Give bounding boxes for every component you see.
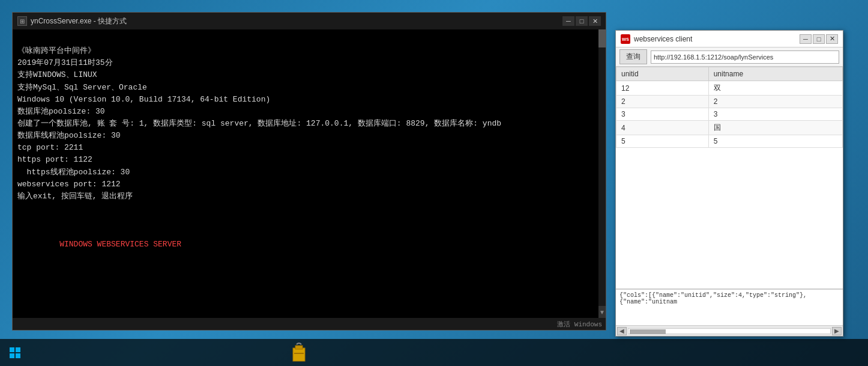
taskbar bbox=[0, 339, 868, 366]
console-line-12: webservices port: 1212 bbox=[17, 180, 121, 189]
ws-cell-unitid: 4 bbox=[616, 121, 709, 135]
console-scrollbar-thumb[interactable] bbox=[598, 29, 606, 47]
ws-json-text: {"cols":[{"name":"unitid","size":4,"type… bbox=[619, 292, 807, 305]
ws-cell-unitname: 5 bbox=[708, 135, 842, 148]
ws-data-table: unitid unitname 12 双 2 2 3 3 4 bbox=[616, 67, 843, 148]
ws-table-header: unitid unitname bbox=[616, 67, 843, 81]
ws-window-controls: ─ □ ✕ bbox=[800, 34, 838, 44]
ws-close-button[interactable]: ✕ bbox=[826, 34, 838, 44]
console-line-server: WINDOWS WEBSERVICES SERVER bbox=[17, 240, 181, 249]
console-line-blank1 bbox=[17, 204, 22, 213]
console-line-3: 支持WINDOWS、LINUX bbox=[17, 70, 97, 79]
ws-query-button[interactable]: 查询 bbox=[619, 49, 647, 64]
ws-title-left: ws webservices client bbox=[621, 34, 692, 44]
table-row: 3 3 bbox=[616, 108, 843, 121]
ws-col-unitname: unitname bbox=[708, 67, 842, 81]
console-line-11: https线程池poolsize: 30 bbox=[17, 168, 130, 177]
console-window: ⊞ ynCrossServer.exe - 快捷方式 ─ □ ✕ 《咏南跨平台中… bbox=[12, 12, 606, 331]
console-scrollbar[interactable]: ▼ bbox=[598, 29, 606, 318]
ws-toolbar: 查询 bbox=[616, 47, 843, 67]
ws-minimize-button[interactable]: ─ bbox=[800, 34, 812, 44]
windows-logo-icon bbox=[9, 347, 21, 359]
console-line-6: 数据库池poolsize: 30 bbox=[17, 107, 105, 116]
ws-json-output: {"cols":[{"name":"unitid","size":4,"type… bbox=[616, 289, 843, 325]
ws-cell-unitid: 5 bbox=[616, 135, 709, 148]
ws-maximize-button[interactable]: □ bbox=[813, 34, 825, 44]
taskbar-start-button[interactable] bbox=[0, 339, 30, 366]
console-output: 《咏南跨平台中间件》 2019年07月31日11时35分 支持WINDOWS、L… bbox=[13, 29, 598, 318]
svg-rect-2 bbox=[10, 353, 14, 358]
console-bottom-bar: 激活 Windows bbox=[13, 318, 606, 330]
console-close-button[interactable]: ✕ bbox=[589, 16, 601, 26]
svg-rect-3 bbox=[16, 353, 20, 358]
table-row: 2 2 bbox=[616, 96, 843, 108]
console-window-controls: ─ □ ✕ bbox=[562, 16, 601, 26]
svg-rect-1 bbox=[16, 347, 20, 352]
ws-url-input[interactable] bbox=[651, 50, 839, 64]
ws-title-text: webservices client bbox=[634, 35, 692, 43]
console-line-4: 支持MySql、Sql Server、Oracle bbox=[17, 83, 147, 92]
tool-bag-icon bbox=[291, 342, 307, 364]
console-title-text: ynCrossServer.exe - 快捷方式 bbox=[31, 16, 127, 26]
table-row: 12 双 bbox=[616, 81, 843, 96]
ws-cell-unitname: 双 bbox=[708, 81, 842, 96]
console-body: 《咏南跨平台中间件》 2019年07月31日11时35分 支持WINDOWS、L… bbox=[13, 29, 606, 318]
console-title-left: ⊞ ynCrossServer.exe - 快捷方式 bbox=[17, 16, 127, 26]
ws-cell-unitid: 3 bbox=[616, 108, 709, 121]
console-titlebar: ⊞ ynCrossServer.exe - 快捷方式 ─ □ ✕ bbox=[13, 13, 606, 29]
svg-rect-4 bbox=[293, 348, 305, 361]
console-bottom-text: 激活 Windows bbox=[557, 320, 602, 329]
taskbar-tool-icon-1[interactable] bbox=[288, 341, 310, 365]
svg-rect-5 bbox=[295, 346, 303, 349]
ws-table-body: 12 双 2 2 3 3 4 国 5 5 bbox=[616, 81, 843, 148]
svg-rect-6 bbox=[294, 353, 304, 354]
console-app-icon: ⊞ bbox=[17, 16, 27, 26]
console-line-blank2 bbox=[17, 216, 22, 225]
console-maximize-button[interactable]: □ bbox=[576, 16, 588, 26]
console-line-blank3 bbox=[17, 228, 22, 237]
table-row: 4 国 bbox=[616, 121, 843, 135]
ws-cell-unitname: 国 bbox=[708, 121, 842, 135]
table-row: 5 5 bbox=[616, 135, 843, 148]
ws-table-header-row: unitid unitname bbox=[616, 67, 843, 81]
console-line-2: 2019年07月31日11时35分 bbox=[17, 58, 113, 67]
console-line-8: 数据库线程池poolsize: 30 bbox=[17, 131, 121, 140]
ws-cell-unitname: 2 bbox=[708, 96, 842, 108]
ws-scroll-thumb[interactable] bbox=[630, 329, 666, 334]
ws-scroll-left-button[interactable]: ◀ bbox=[617, 327, 627, 335]
ws-scroll-track[interactable] bbox=[628, 328, 831, 334]
svg-rect-0 bbox=[10, 347, 14, 352]
console-line-10: https port: 1122 bbox=[17, 155, 92, 164]
webservices-window: ws webservices client ─ □ ✕ 查询 unitid un… bbox=[615, 30, 843, 337]
ws-horizontal-scrollbar[interactable]: ◀ ▶ bbox=[616, 325, 843, 336]
console-line-5: Windows 10 (Version 10.0, Build 17134, 6… bbox=[17, 95, 270, 104]
ws-col-unitid: unitid bbox=[616, 67, 709, 81]
taskbar-tools-area bbox=[288, 341, 310, 365]
ws-cell-unitname: 3 bbox=[708, 108, 842, 121]
ws-cell-unitid: 2 bbox=[616, 96, 709, 108]
ws-titlebar: ws webservices client ─ □ ✕ bbox=[616, 31, 843, 47]
console-line-1: 《咏南跨平台中间件》 bbox=[17, 46, 95, 55]
console-line-7: 创建了一个数据库池, 账 套 号: 1, 数据库类型: sql server, … bbox=[17, 119, 501, 128]
ws-app-icon: ws bbox=[621, 34, 630, 44]
ws-table-container: unitid unitname 12 双 2 2 3 3 4 bbox=[616, 67, 843, 289]
console-line-13: 输入exit, 按回车链, 退出程序 bbox=[17, 192, 133, 201]
ws-scroll-right-button[interactable]: ▶ bbox=[832, 327, 842, 335]
ws-cell-unitid: 12 bbox=[616, 81, 709, 96]
console-minimize-button[interactable]: ─ bbox=[562, 16, 574, 26]
console-line-9: tcp port: 2211 bbox=[17, 143, 83, 152]
console-scrollbar-bottom[interactable]: ▼ bbox=[598, 306, 606, 318]
